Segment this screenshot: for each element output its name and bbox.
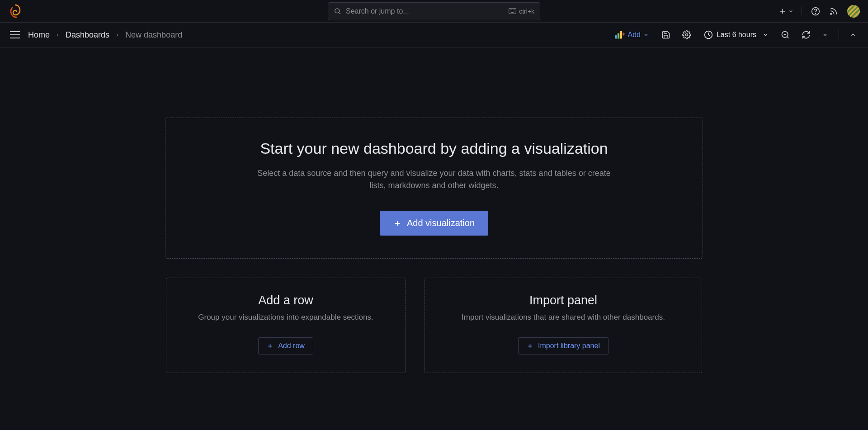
breadcrumb-home[interactable]: Home bbox=[28, 30, 50, 40]
svg-rect-15 bbox=[618, 33, 619, 39]
svg-rect-14 bbox=[615, 35, 617, 39]
menu-toggle[interactable] bbox=[8, 29, 22, 40]
search-icon bbox=[334, 7, 341, 15]
settings-button[interactable] bbox=[679, 27, 695, 43]
add-panel-button[interactable]: Add bbox=[610, 28, 653, 42]
chevron-down-icon bbox=[788, 9, 793, 14]
svg-line-22 bbox=[787, 37, 788, 38]
refresh-button[interactable] bbox=[798, 27, 814, 43]
nav-right-group: Add Last 6 hours bbox=[610, 27, 860, 43]
primary-description: Select a data source and then query and … bbox=[249, 167, 619, 192]
nav-left-group: Home Dashboards New dashboard bbox=[8, 29, 182, 40]
plus-icon bbox=[527, 343, 533, 350]
breadcrumb-current: New dashboard bbox=[125, 30, 182, 40]
import-library-panel-button[interactable]: Import library panel bbox=[518, 337, 609, 354]
import-panel-title: Import panel bbox=[439, 293, 688, 307]
top-bar: Search or jump to... ctrl+k bbox=[0, 0, 868, 23]
user-avatar[interactable] bbox=[847, 5, 860, 18]
news-icon[interactable] bbox=[829, 7, 838, 16]
plus-icon bbox=[267, 343, 274, 350]
svg-point-0 bbox=[335, 9, 340, 13]
search-placeholder: Search or jump to... bbox=[346, 7, 409, 15]
top-left-group bbox=[8, 4, 23, 19]
search-input[interactable]: Search or jump to... ctrl+k bbox=[328, 2, 540, 20]
secondary-cards-row: Add a row Group your visualizations into… bbox=[166, 278, 702, 373]
time-range-picker[interactable]: Last 6 hours bbox=[699, 28, 773, 42]
save-button[interactable] bbox=[658, 27, 674, 43]
chevron-right-icon bbox=[55, 33, 60, 38]
chevron-down-icon bbox=[763, 32, 768, 38]
collapse-button[interactable] bbox=[846, 28, 860, 42]
breadcrumb: Home Dashboards New dashboard bbox=[28, 30, 182, 40]
add-row-card: Add a row Group your visualizations into… bbox=[166, 278, 406, 373]
add-row-description: Group your visualizations into expandabl… bbox=[180, 313, 392, 322]
add-row-title: Add a row bbox=[180, 293, 392, 307]
main-content: Start your new dashboard by adding a vis… bbox=[0, 47, 868, 373]
divider bbox=[839, 28, 839, 41]
chevron-right-icon bbox=[115, 33, 120, 38]
create-new-button[interactable] bbox=[778, 7, 802, 15]
breadcrumb-dashboards[interactable]: Dashboards bbox=[66, 30, 109, 40]
nav-bar: Home Dashboards New dashboard Ad bbox=[0, 23, 868, 47]
svg-line-1 bbox=[339, 13, 340, 14]
svg-point-13 bbox=[830, 13, 832, 14]
chevron-down-icon bbox=[643, 32, 649, 38]
svg-point-12 bbox=[816, 13, 816, 14]
add-visualization-card: Start your new dashboard by adding a vis… bbox=[165, 118, 703, 259]
zoom-out-button[interactable] bbox=[777, 27, 793, 43]
add-row-button[interactable]: Add row bbox=[258, 337, 313, 354]
help-icon[interactable] bbox=[811, 7, 820, 16]
plus-icon bbox=[393, 219, 401, 227]
import-panel-description: Import visualizations that are shared wi… bbox=[439, 313, 688, 322]
primary-title: Start your new dashboard by adding a vis… bbox=[184, 140, 684, 157]
add-visualization-button[interactable]: Add visualization bbox=[380, 211, 488, 236]
refresh-interval-dropdown[interactable] bbox=[819, 28, 831, 41]
grafana-logo[interactable] bbox=[8, 4, 23, 19]
top-right-group bbox=[778, 5, 860, 18]
search-shortcut: ctrl+k bbox=[509, 8, 534, 15]
svg-point-19 bbox=[685, 34, 688, 36]
panel-chart-icon bbox=[615, 31, 625, 39]
svg-rect-16 bbox=[620, 31, 622, 39]
import-panel-card: Import panel Import visualizations that … bbox=[425, 278, 702, 373]
clock-icon bbox=[704, 30, 713, 39]
